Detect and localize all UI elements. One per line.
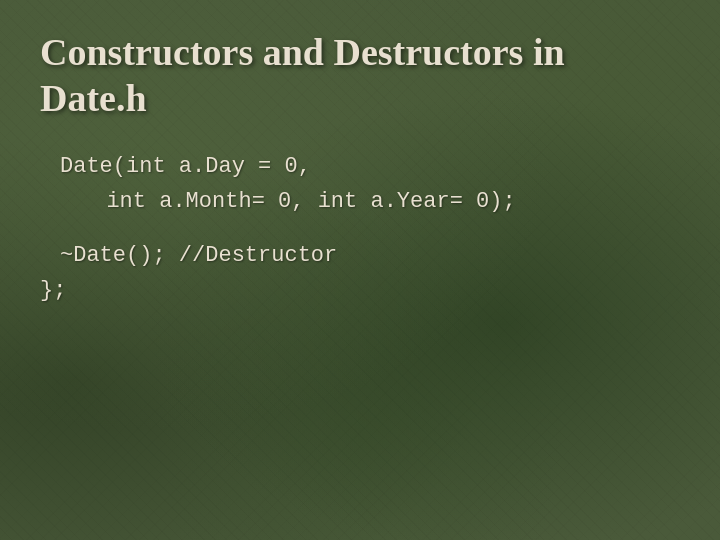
code-spacer	[40, 220, 680, 238]
slide-content: Constructors and Destructors in Date.h D…	[0, 0, 720, 358]
title-line2: Date.h	[40, 76, 680, 122]
slide-background: Constructors and Destructors in Date.h D…	[0, 0, 720, 540]
code-line-5: };	[40, 273, 680, 308]
code-line-2: int a.Month= 0, int a.Year= 0);	[40, 184, 680, 219]
title-line1: Constructors and Destructors in	[40, 30, 680, 76]
code-line-4: ~Date(); //Destructor	[40, 238, 680, 273]
slide-title: Constructors and Destructors in Date.h	[40, 30, 680, 121]
code-line-1: Date(int a.Day = 0,	[40, 149, 680, 184]
code-block: Date(int a.Day = 0, int a.Month= 0, int …	[40, 149, 680, 308]
